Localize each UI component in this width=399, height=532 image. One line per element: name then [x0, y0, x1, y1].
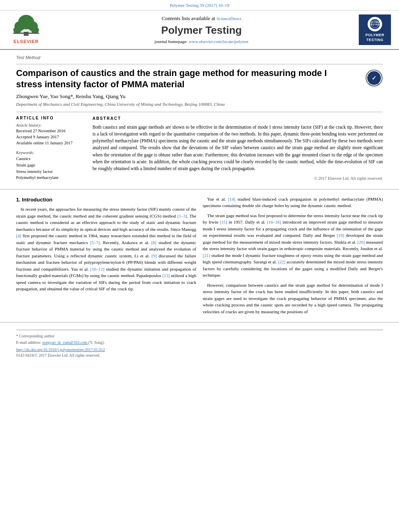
journal-top-bar: Polymer Testing 59 (2017) 10–19 [0, 0, 399, 10]
intro-paragraph-1: In recent years, the approaches for meas… [16, 206, 196, 292]
history-block: Article history: Received 27 November 20… [16, 123, 84, 146]
abstract-text: Both caustics and strain gage methods ar… [93, 124, 383, 173]
ref-9: [9] [152, 253, 157, 258]
journal-header: ELSEVIER Contents lists available at Sci… [0, 10, 399, 49]
intro-paragraph-2: Yue et al. [14] studied blast-induced cr… [203, 196, 383, 209]
article-info-title: ARTICLE INFO [16, 115, 84, 121]
svg-text:✓: ✓ [372, 75, 376, 81]
main-content: 1. Introduction In recent years, the app… [0, 189, 399, 318]
ref-14: [14] [228, 197, 235, 201]
email-link[interactable]: songyao_in_cum@163.com [42, 340, 88, 345]
contents-available-text: Contents lists available at [162, 15, 215, 21]
keywords-label: Keywords: [16, 150, 84, 156]
ref-19: [19] [337, 233, 344, 238]
footer-email-line: E-mail address: songyao_in_cum@163.com (… [16, 340, 383, 345]
article-info: ARTICLE INFO Article history: Received 2… [16, 115, 84, 185]
keywords-block: Keywords: Caustics Strain gage Stress in… [16, 150, 84, 181]
elsevier-tree-svg [12, 15, 41, 37]
elsevier-label: ELSEVIER [14, 39, 39, 45]
ref-20: [20] [358, 240, 365, 244]
ref-22: [22] [278, 259, 285, 264]
intro-paragraph-2b: The strain gage method was first propose… [203, 212, 383, 279]
keyword-4: Polymethyl methacrylate [16, 175, 84, 181]
intro-paragraph-3: However, comparison between caustics and… [203, 282, 383, 315]
journal-homepage-line: journal homepage: www.elsevier.com/locat… [48, 39, 355, 45]
journal-issue: Polymer Testing 59 (2017) 10–19 [170, 3, 229, 8]
article-title-row: Comparison of caustics and the strain ga… [16, 68, 383, 93]
journal-homepage-url[interactable]: www.elsevier.com/locate/polytest [189, 39, 248, 44]
keywords-list: Caustics Strain gage Stress intensity fa… [16, 156, 84, 181]
abstract-col: ABSTRACT Both caustics and strain gage m… [93, 115, 383, 185]
ref-10-12: [10–12] [90, 267, 105, 271]
ref-5-7: [5–7] [90, 240, 100, 245]
corresponding-author-note: * Corresponding author. [16, 333, 383, 339]
article-title: Comparison of caustics and the strain ga… [16, 68, 361, 90]
abstract-title: ABSTRACT [93, 115, 383, 121]
journal-logo-label: POLYMER TESTING [360, 33, 389, 42]
crossmark-icon[interactable]: ✓ CrossMark [365, 69, 383, 89]
ref-4: [4] [16, 233, 21, 238]
footer-section: * Corresponding author. E-mail address: … [0, 322, 399, 362]
copyright-line: © 2017 Elsevier Ltd. All rights reserved… [93, 175, 383, 182]
keyword-2: Strain gage [16, 162, 84, 168]
journal-center: Contents lists available at ScienceDirec… [48, 15, 355, 45]
svg-rect-6 [13, 33, 39, 34]
svg-text:CrossMark: CrossMark [369, 82, 379, 85]
science-direct-link[interactable]: ScienceDirect [216, 16, 241, 21]
affiliation: Department of Mechanics and Civil Engine… [16, 101, 383, 107]
journal-logo-right: POLYMER TESTING POLYMER TESTING [359, 14, 391, 45]
email-name: (Y. Song). [88, 340, 105, 345]
history-label: Article history: [16, 123, 84, 129]
page: Polymer Testing 59 (2017) 10–19 ELSEVIER… [0, 0, 399, 532]
science-direct-line: Contents lists available at ScienceDirec… [48, 15, 355, 22]
accepted-date: Accepted 9 January 2017 [16, 134, 84, 140]
footer-issn: 0142-9418/© 2017 Elsevier Ltd. All right… [16, 353, 383, 358]
article-section: Test Method Comparison of caustics and t… [0, 50, 399, 112]
journal-logo-icon: POLYMER TESTING [369, 18, 380, 30]
crossmark-svg: ✓ CrossMark [365, 69, 383, 87]
ref-13: [13] [162, 273, 170, 278]
ref-1-3: [1–3] [177, 214, 187, 218]
footer-doi[interactable]: http://dx.doi.org/10.1016/j.polymertesti… [16, 347, 383, 353]
available-date: Available online 11 January 2017 [16, 140, 84, 146]
journal-logo-circle: POLYMER TESTING [368, 17, 382, 31]
intro-section-heading: 1. Introduction [16, 196, 196, 204]
article-body: ARTICLE INFO Article history: Received 2… [0, 115, 399, 185]
keyword-3: Stress intensity factor [16, 169, 84, 175]
received-date: Received 27 November 2016 [16, 128, 84, 134]
ref-21: [21] [203, 253, 210, 258]
ref-16-18: [16–18] [267, 220, 281, 224]
journal-title: Polymer Testing [48, 23, 355, 37]
left-column: 1. Introduction In recent years, the app… [16, 196, 196, 318]
article-type: Test Method [16, 55, 383, 61]
right-column: Yue et al. [14] studied blast-induced cr… [203, 196, 383, 318]
authors: Zhongwen Yue, Yao Song*, Renshu Yang, Qi… [16, 93, 383, 100]
email-label: E-mail address: [16, 340, 41, 345]
ref-15: [15] [220, 220, 227, 224]
ref-8: [8] [151, 240, 156, 245]
keyword-1: Caustics [16, 156, 84, 162]
elsevier-logo: ELSEVIER [8, 15, 44, 45]
